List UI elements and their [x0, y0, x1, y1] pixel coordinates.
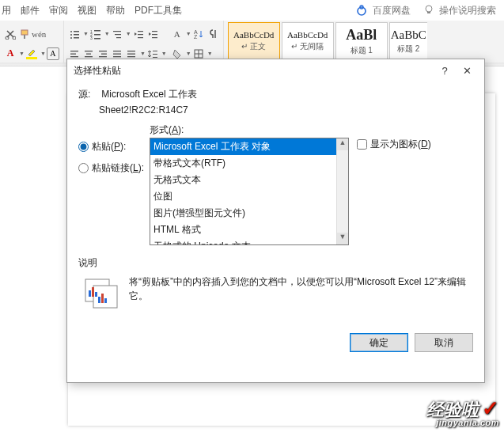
style-heading1[interactable]: AaBl 标题 1 — [335, 22, 388, 60]
svg-rect-37 — [99, 56, 107, 57]
listbox-scrollbar[interactable]: ▲ ▼ — [336, 138, 348, 244]
scroll-up-icon[interactable]: ▲ — [337, 138, 348, 150]
bullets-dropdown-icon[interactable]: ▼ — [83, 31, 89, 36]
format-listbox[interactable]: Microsoft Excel 工作表 对象 带格式文本(RTF) 无格式文本 … — [150, 138, 349, 245]
highlight-icon[interactable] — [25, 47, 38, 60]
tab-help[interactable]: 帮助 — [101, 0, 130, 21]
svg-point-8 — [70, 31, 72, 32]
highlight-dropdown-icon[interactable]: ▼ — [40, 51, 46, 56]
svg-rect-6 — [21, 30, 28, 35]
watermark: 经验啦✓ jingyanla.com — [426, 398, 499, 427]
style-heading2[interactable]: AaBbC 标题 2 — [389, 22, 427, 60]
source-ref: Sheet2!R2C2:R14C7 — [99, 104, 188, 116]
radio-pastelink[interactable]: 粘贴链接(L): — [78, 161, 150, 175]
list-item[interactable]: 带格式文本(RTF) — [150, 155, 336, 172]
numbering-icon[interactable]: 123 — [89, 28, 102, 40]
svg-text:Z: Z — [194, 34, 198, 40]
svg-rect-36 — [101, 53, 107, 54]
watermark-url: jingyanla.com — [426, 419, 499, 427]
tab-mail[interactable]: 邮件 — [16, 0, 44, 21]
radio-pastelink-input[interactable] — [78, 163, 89, 173]
style-normal[interactable]: AaBbCcDd ↵ 正文 — [228, 22, 280, 60]
tab-ref[interactable]: 用 — [2, 0, 16, 21]
phonetic-guide-icon[interactable]: wén — [32, 29, 46, 39]
radio-paste-input[interactable] — [78, 142, 89, 152]
svg-rect-55 — [92, 287, 94, 297]
format-painter-icon[interactable] — [18, 28, 31, 40]
multilevel-dropdown-icon[interactable]: ▼ — [126, 31, 131, 36]
svg-rect-28 — [152, 37, 157, 38]
increase-indent-icon[interactable] — [146, 28, 159, 40]
decrease-indent-icon[interactable] — [132, 28, 145, 40]
style-label: ↵ 正文 — [241, 41, 266, 52]
radio-pastelink-label: 粘贴链接(L): — [92, 161, 144, 175]
svg-rect-44 — [153, 51, 157, 51]
svg-rect-22 — [116, 37, 121, 38]
borders-dropdown-icon[interactable]: ▼ — [207, 51, 213, 56]
svg-point-2 — [426, 6, 432, 12]
svg-rect-33 — [86, 53, 91, 54]
svg-rect-59 — [104, 298, 107, 303]
checkbox-display-as-icon[interactable]: 显示为图标(D) — [357, 138, 431, 151]
font-color-icon[interactable]: A — [4, 47, 17, 60]
line-spacing-dropdown-icon[interactable]: ▼ — [161, 51, 167, 56]
scroll-down-icon[interactable]: ▼ — [337, 233, 348, 244]
tell-me-search[interactable]: 操作说明搜索 — [439, 4, 496, 17]
svg-rect-43 — [127, 56, 135, 57]
cut-icon[interactable] — [4, 28, 17, 40]
tab-pdf[interactable]: PDF工具集 — [130, 0, 187, 21]
shading-dropdown-icon[interactable]: ▼ — [186, 51, 191, 56]
cancel-button[interactable]: 取消 — [415, 333, 473, 352]
svg-rect-45 — [153, 54, 157, 55]
list-item[interactable]: 无格式文本 — [150, 172, 336, 188]
tab-baidu[interactable]: 百度网盘 — [373, 4, 411, 17]
svg-rect-32 — [85, 51, 93, 51]
baidu-netdisk-icon[interactable] — [355, 3, 368, 18]
svg-rect-20 — [113, 31, 121, 32]
text-direction-icon[interactable]: A — [171, 28, 184, 40]
svg-point-10 — [70, 34, 72, 36]
list-item[interactable]: HTML 格式 — [150, 222, 336, 238]
svg-rect-11 — [74, 34, 79, 36]
enclose-char-icon[interactable]: A — [47, 47, 59, 60]
multilevel-icon[interactable] — [111, 28, 123, 40]
desc-label: 说明 — [78, 256, 473, 270]
svg-rect-29 — [70, 51, 78, 51]
style-label: 标题 2 — [397, 44, 419, 55]
dialog-title: 选择性粘贴 — [74, 64, 434, 78]
svg-rect-42 — [127, 53, 135, 54]
list-item[interactable]: 图片(增强型图元文件) — [150, 205, 336, 222]
svg-rect-39 — [113, 53, 121, 54]
tab-view[interactable]: 视图 — [73, 0, 101, 21]
lightbulb-icon — [423, 4, 434, 17]
paste-object-icon — [78, 273, 129, 316]
svg-rect-56 — [95, 292, 97, 297]
watermark-text: 经验啦 — [426, 400, 479, 419]
style-nospacing[interactable]: AaBbCcDd ↵ 无间隔 — [282, 22, 334, 60]
svg-rect-3 — [427, 12, 430, 13]
list-item[interactable]: 无格式的 Unicode 文本 — [150, 238, 336, 245]
bullets-icon[interactable] — [68, 28, 81, 40]
text-direction-dropdown-icon[interactable]: ▼ — [186, 31, 191, 36]
dialog-titlebar[interactable]: 选择性粘贴 ? ✕ — [67, 59, 484, 81]
svg-rect-19 — [94, 38, 100, 40]
svg-rect-57 — [98, 297, 100, 303]
svg-rect-7 — [24, 35, 25, 39]
svg-rect-40 — [113, 56, 121, 57]
align-distribute-dropdown-icon[interactable]: ▼ — [140, 51, 146, 56]
style-sample: AaBbCcDd — [287, 30, 328, 40]
show-marks-icon[interactable] — [207, 28, 219, 40]
list-item[interactable]: Microsoft Excel 工作表 对象 — [150, 138, 336, 155]
ok-button[interactable]: 确定 — [350, 333, 408, 352]
dialog-close-button[interactable]: ✕ — [456, 65, 478, 77]
numbering-dropdown-icon[interactable]: ▼ — [104, 31, 110, 36]
radio-paste[interactable]: 粘贴(P): — [78, 140, 150, 153]
checkbox-display-as-icon-input[interactable] — [357, 139, 367, 150]
dialog-help-button[interactable]: ? — [434, 65, 456, 77]
sort-icon[interactable]: AZ — [192, 28, 205, 40]
tab-review[interactable]: 审阅 — [44, 0, 73, 21]
source-value: Microsoft Excel 工作表 — [101, 89, 197, 100]
svg-rect-54 — [89, 290, 91, 297]
list-item[interactable]: 位图 — [150, 188, 336, 205]
font-color-dropdown-icon[interactable]: ▼ — [19, 51, 25, 56]
